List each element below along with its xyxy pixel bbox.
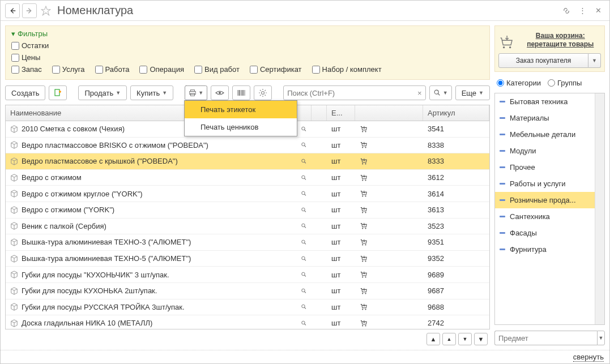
category-label: Прочее bbox=[510, 163, 535, 172]
menu-icon[interactable]: ⋮ bbox=[575, 4, 589, 18]
filter-checkbox[interactable]: Вид работ bbox=[194, 65, 240, 74]
search-icon[interactable] bbox=[301, 238, 307, 246]
search-icon[interactable] bbox=[301, 125, 307, 133]
filter-checkbox[interactable]: Сертификат bbox=[250, 65, 302, 74]
search-icon[interactable] bbox=[301, 255, 307, 263]
table-row[interactable]: Вышка-тура алюминиевая ТЕХНО-5 ("АЛЮМЕТ"… bbox=[6, 251, 489, 267]
item-name: Ведро пластмассовое BRISKO с отжимом ("P… bbox=[22, 141, 208, 149]
settings-button[interactable] bbox=[254, 85, 272, 100]
sell-button[interactable]: Продать▼ bbox=[78, 85, 127, 100]
search-icon[interactable] bbox=[301, 222, 307, 230]
search-icon[interactable] bbox=[301, 141, 307, 149]
cart-icon[interactable] bbox=[360, 157, 368, 165]
cart-icon[interactable] bbox=[360, 222, 368, 230]
category-item[interactable]: Фасады bbox=[495, 225, 595, 241]
filter-checkbox[interactable]: Работа bbox=[95, 65, 130, 74]
cart-label[interactable]: Ваша корзина: перетащите товары bbox=[520, 32, 601, 49]
table-row[interactable]: Вышка-тура алюминиевая ТЕХНО-3 ("АЛЮМЕТ"… bbox=[6, 234, 489, 251]
cart-icon[interactable] bbox=[360, 174, 368, 182]
filter-checkbox[interactable]: Услуга bbox=[52, 65, 85, 74]
search-icon[interactable] bbox=[301, 206, 307, 214]
category-item[interactable]: Сантехника bbox=[495, 208, 595, 225]
view-button[interactable] bbox=[211, 85, 229, 100]
radio-groups[interactable]: Группы bbox=[548, 79, 582, 87]
filter-checkbox[interactable]: Набор / комплект bbox=[312, 65, 382, 74]
toolbar: Создать Продать▼ Купить▼ ▼ × ▼ Еще▼ Пе bbox=[5, 80, 490, 105]
radio-categories[interactable]: Категории bbox=[497, 79, 541, 87]
filter-checkbox[interactable]: Цены bbox=[11, 53, 40, 62]
cart-icon[interactable] bbox=[360, 206, 368, 214]
cart-icon[interactable] bbox=[360, 271, 368, 279]
dropdown-item-labels[interactable]: Печать этикеток bbox=[185, 101, 297, 118]
col-mag[interactable] bbox=[296, 105, 312, 121]
table-row[interactable]: Губки для посуды РУССКАЯ ТРОЙКА 3шт/упак… bbox=[6, 299, 489, 316]
col-art[interactable]: Артикул bbox=[423, 105, 489, 121]
col-basket[interactable] bbox=[355, 105, 423, 121]
cart-icon[interactable] bbox=[360, 141, 368, 149]
search-dropdown-button[interactable]: ▼ bbox=[429, 85, 452, 100]
cart-icon[interactable] bbox=[360, 125, 368, 133]
search-icon[interactable] bbox=[301, 174, 307, 182]
cart-icon[interactable] bbox=[360, 238, 368, 246]
cart-icon[interactable] bbox=[360, 190, 368, 198]
search-input[interactable] bbox=[287, 89, 415, 97]
table-row[interactable]: Ведро пластмассовое BRISKO с отжимом ("P… bbox=[6, 138, 489, 154]
cart-panel: Ваша корзина: перетащите товары Заказ по… bbox=[494, 25, 605, 72]
order-button[interactable]: Заказ покупателя bbox=[498, 53, 588, 68]
dropdown-item-pricetags[interactable]: Печать ценников bbox=[185, 118, 297, 136]
category-item[interactable]: Прочее bbox=[495, 159, 595, 175]
more-button[interactable]: Еще▼ bbox=[455, 85, 490, 100]
collapse-link[interactable]: свернуть bbox=[1, 350, 609, 363]
search-icon[interactable] bbox=[301, 287, 307, 295]
scroll-down-button[interactable]: ▼ bbox=[458, 333, 472, 345]
close-icon[interactable]: ✕ bbox=[591, 4, 605, 18]
table-row[interactable]: Веник с палкой (Сербия)шт3523 bbox=[6, 219, 489, 235]
table-row[interactable]: Ведро с отжимом круглое ("YORK")шт3614 bbox=[6, 186, 489, 202]
print-button[interactable]: ▼ bbox=[185, 85, 207, 100]
cart-icon[interactable] bbox=[360, 255, 368, 263]
scroll-top-button[interactable]: ▲ bbox=[426, 333, 440, 345]
star-icon[interactable] bbox=[39, 6, 53, 16]
table-row[interactable]: Губки для посуды КУХОНЬКА 2шт/упак.шт968… bbox=[6, 283, 489, 299]
filters-toggle[interactable]: ▾Фильтры bbox=[11, 29, 484, 38]
forward-button[interactable] bbox=[22, 3, 37, 18]
category-item[interactable]: Модули bbox=[495, 143, 595, 159]
table-row[interactable]: Ведро с отжимомшт3612 bbox=[6, 170, 489, 186]
search-icon[interactable] bbox=[301, 271, 307, 279]
search-icon[interactable] bbox=[301, 319, 307, 327]
table-row[interactable]: Доска гладильная НИКА 10 (МЕТАЛЛ)шт2742 bbox=[6, 315, 489, 329]
search-icon[interactable] bbox=[301, 303, 307, 311]
col-cart2[interactable] bbox=[312, 105, 327, 121]
search-icon[interactable] bbox=[301, 157, 307, 165]
cart-icon[interactable] bbox=[360, 287, 368, 295]
category-item[interactable]: Фурнитура bbox=[495, 241, 595, 258]
category-item[interactable]: Работы и услуги bbox=[495, 175, 595, 192]
filter-checkbox[interactable]: Операция bbox=[139, 65, 184, 74]
subject-caret[interactable]: ▼ bbox=[597, 331, 605, 345]
cart-icon[interactable] bbox=[360, 303, 368, 311]
table-row[interactable]: Ведро пластмассовое с крышкой ("POBEDA")… bbox=[6, 153, 489, 170]
back-button[interactable] bbox=[5, 3, 20, 18]
filter-checkbox[interactable]: Запас bbox=[11, 65, 42, 74]
table-row[interactable]: Губки для посуды "КУХОНЬЧИК" 3 шт/упак.ш… bbox=[6, 267, 489, 283]
buy-button[interactable]: Купить▼ bbox=[130, 85, 173, 100]
order-button-caret[interactable]: ▼ bbox=[588, 53, 601, 68]
search-icon[interactable] bbox=[301, 190, 307, 198]
create-doc-button[interactable] bbox=[49, 85, 67, 100]
scroll-bottom-button[interactable]: ▼ bbox=[474, 333, 488, 345]
barcode-button[interactable] bbox=[232, 85, 250, 100]
scrollbar[interactable] bbox=[595, 93, 604, 324]
category-item[interactable]: Розничные прода... bbox=[495, 192, 595, 208]
table-row[interactable]: Ведро с отжимом ("YORK")шт3613 bbox=[6, 202, 489, 219]
scroll-up-button[interactable]: ▲ bbox=[442, 333, 456, 345]
cart-icon[interactable] bbox=[360, 319, 368, 327]
link-icon[interactable] bbox=[560, 4, 573, 18]
category-item[interactable]: Материалы bbox=[495, 110, 595, 126]
category-item[interactable]: Мебельные детали bbox=[495, 126, 595, 143]
create-button[interactable]: Создать bbox=[5, 85, 45, 100]
col-unit[interactable]: Е... bbox=[327, 105, 355, 121]
category-item[interactable]: Бытовая техника bbox=[495, 93, 595, 110]
filter-checkbox[interactable]: Остатки bbox=[11, 41, 49, 50]
search-clear[interactable]: × bbox=[417, 89, 422, 97]
subject-input[interactable] bbox=[494, 331, 597, 345]
